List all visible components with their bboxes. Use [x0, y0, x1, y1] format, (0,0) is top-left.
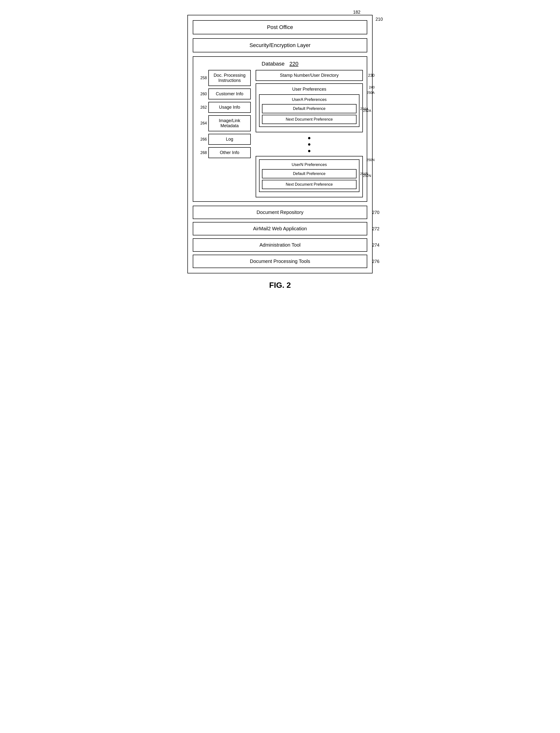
stamp-wrap: Stamp Number/User Directory 230: [256, 70, 363, 81]
image-link-label: Image/Link Metadata: [219, 118, 240, 128]
ref-260: 260: [197, 92, 207, 96]
userA-prefs-wrap: UserA Preferences Default Preference 254…: [259, 94, 359, 127]
user-prefs-outer-N: UserN Preferences Default Preference 254…: [256, 156, 363, 197]
default-pref-A-wrap: Default Preference 254A: [262, 104, 357, 113]
security-box: Security/Encryption Layer: [193, 38, 367, 52]
user-prefs-A-wrap: User Preferences UserA Preferences Defau…: [256, 83, 363, 132]
next-doc-pref-N-label: Next Document Preference: [286, 182, 333, 186]
customer-info-wrap: 260 Customer Info: [197, 88, 251, 99]
log-wrap: 266 Log: [197, 134, 251, 145]
next-doc-pref-N-wrap: Next Document Preference: [262, 180, 357, 189]
other-info-label: Other Info: [220, 150, 239, 155]
database-inner: 258 Doc. Processing Instructions 260 Cus…: [197, 70, 363, 197]
database-title: Database 220: [197, 61, 363, 67]
database-ref: 220: [290, 61, 299, 67]
next-doc-pref-N-box: Next Document Preference: [262, 180, 357, 189]
doc-processing-tools-box: Document Processing Tools: [193, 255, 367, 268]
user-prefs-title-A: User Preferences: [259, 87, 359, 92]
airmail-box: AirMail2 Web Application: [193, 222, 367, 235]
left-column: 258 Doc. Processing Instructions 260 Cus…: [197, 70, 251, 197]
post-office-label: Post Office: [267, 24, 293, 30]
ref-262: 262: [197, 105, 207, 110]
admin-label: Administration Tool: [260, 242, 301, 248]
ref-268: 268: [197, 151, 207, 155]
user-prefs-N-wrap: UserN Preferences Default Preference 254…: [256, 156, 363, 197]
doc-processing-label: Doc. Processing Instructions: [213, 73, 245, 83]
post-office-box: Post Office: [193, 20, 367, 34]
doc-repo-box: Document Repository: [193, 206, 367, 219]
doc-repo-wrap: Document Repository 270: [193, 206, 367, 219]
doc-processing-tools-label: Document Processing Tools: [250, 259, 310, 264]
doc-processing-tools-wrap: Document Processing Tools 276: [193, 255, 367, 268]
ref-250A: 250A: [367, 91, 375, 95]
ref-266: 266: [197, 137, 207, 142]
user-prefs-outer-A: User Preferences UserA Preferences Defau…: [256, 83, 363, 132]
fig-label: FIG. 2: [269, 281, 291, 290]
default-pref-A-box: Default Preference: [262, 104, 357, 113]
ref-252A: 252A: [363, 109, 371, 113]
customer-info-label: Customer Info: [216, 91, 243, 96]
ref-276: 276: [372, 259, 379, 264]
image-link-box: Image/Link Metadata: [208, 115, 251, 131]
ref-258: 258: [197, 76, 207, 80]
dots-row: ●●●: [256, 135, 363, 154]
other-info-box: Other Info: [208, 147, 251, 158]
log-box: Log: [208, 134, 251, 145]
userN-prefs-wrap: UserN Preferences Default Preference 254…: [259, 159, 359, 192]
default-pref-N-label: Default Preference: [293, 172, 325, 176]
stamp-label: Stamp Number/User Directory: [280, 73, 338, 78]
usage-info-label: Usage Info: [219, 105, 240, 110]
default-pref-A-label: Default Preference: [293, 106, 325, 111]
image-link-wrap: 264 Image/Link Metadata: [197, 115, 251, 131]
other-info-wrap: 268 Other Info: [197, 147, 251, 158]
userA-prefs-inner: UserA Preferences Default Preference 254…: [259, 94, 359, 127]
ref-240: 240: [369, 85, 375, 89]
page-container: 182 210 Post Office Security/Encryption …: [187, 10, 373, 290]
ref-252N: 252N: [363, 174, 371, 178]
security-label: Security/Encryption Layer: [250, 42, 311, 48]
ref-230: 230: [368, 73, 375, 78]
default-pref-N-wrap: Default Preference 254N: [262, 169, 357, 178]
ref-210: 210: [376, 17, 383, 22]
doc-processing-box: Doc. Processing Instructions: [208, 70, 251, 86]
usage-info-wrap: 262 Usage Info: [197, 102, 251, 113]
bottom-boxes: Document Repository 270 AirMail2 Web App…: [193, 206, 367, 268]
log-label: Log: [226, 137, 233, 142]
admin-wrap: Administration Tool 274: [193, 238, 367, 252]
next-doc-pref-A-label: Next Document Preference: [286, 117, 333, 121]
ref-264: 264: [197, 121, 207, 125]
ref-250N: 250N: [367, 158, 375, 162]
database-label: Database: [262, 61, 285, 67]
ref-182: 182: [353, 10, 360, 15]
ref-274: 274: [372, 242, 379, 248]
doc-processing-wrap: 258 Doc. Processing Instructions: [197, 70, 251, 86]
customer-info-box: Customer Info: [208, 88, 251, 99]
next-doc-pref-A-box: Next Document Preference: [262, 115, 357, 124]
stamp-box: Stamp Number/User Directory: [256, 70, 363, 81]
usage-info-box: Usage Info: [208, 102, 251, 113]
outer-box: 210 Post Office Security/Encryption Laye…: [187, 15, 373, 273]
airmail-label: AirMail2 Web Application: [253, 226, 307, 231]
database-outer: Database 220 258 Doc. Processing Instruc…: [193, 56, 367, 202]
userN-prefs-inner: UserN Preferences Default Preference 254…: [259, 159, 359, 192]
admin-box: Administration Tool: [193, 238, 367, 252]
airmail-wrap: AirMail2 Web Application 272: [193, 222, 367, 235]
ref-272: 272: [372, 226, 379, 231]
right-column: Stamp Number/User Directory 230 User Pre…: [256, 70, 363, 197]
doc-repo-label: Document Repository: [257, 210, 303, 215]
next-doc-pref-A-wrap: Next Document Preference: [262, 115, 357, 124]
ref-270: 270: [372, 210, 379, 215]
default-pref-N-box: Default Preference: [262, 169, 357, 178]
userN-prefs-title: UserN Preferences: [262, 162, 357, 167]
userA-prefs-title: UserA Preferences: [262, 97, 357, 102]
